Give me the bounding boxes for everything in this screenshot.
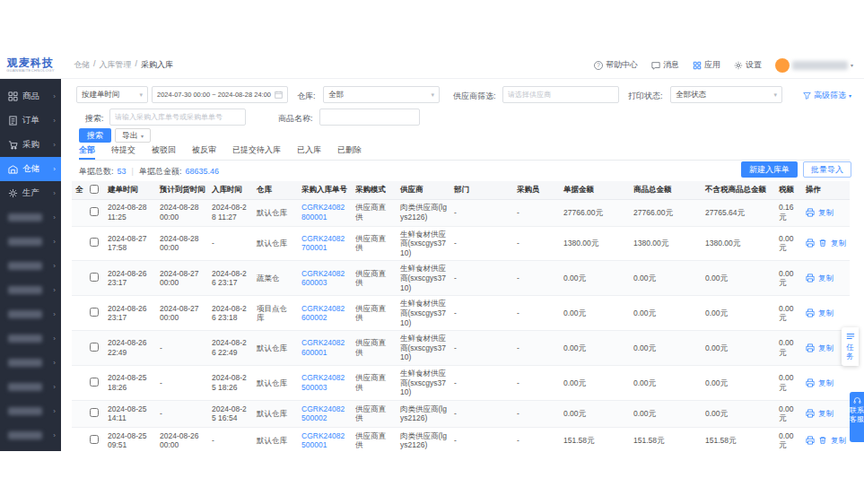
sidebar-item-blurred[interactable]: › [0, 326, 61, 351]
total-amount-value: 68635.46 [185, 167, 219, 176]
copy-link[interactable]: 复制 [831, 239, 846, 248]
print-icon[interactable] [806, 436, 815, 445]
delete-icon[interactable] [818, 436, 827, 445]
tab-被驳回[interactable]: 被驳回 [152, 144, 176, 160]
print-icon[interactable] [806, 274, 815, 282]
row-indent-cell [72, 296, 86, 331]
cell-goods-total: 151.58元 [630, 427, 702, 451]
tasks-float-button[interactable]: 任务 [842, 327, 859, 366]
tab-已入库[interactable]: 已入库 [297, 144, 321, 160]
sidebar-item-goods[interactable]: 商品› [0, 84, 61, 109]
print-icon[interactable] [806, 208, 815, 217]
row-checkbox[interactable] [90, 408, 99, 417]
cell-goods-total-no-tax: 27765.64元 [702, 199, 775, 226]
copy-link[interactable]: 复制 [831, 436, 846, 446]
order-no-link[interactable]: CGRK24082500001 [301, 431, 345, 450]
product-name-input[interactable] [319, 109, 420, 126]
select-all-label: 全 [72, 181, 86, 199]
delete-icon[interactable] [818, 239, 827, 248]
sidebar-item-blurred[interactable]: › [0, 399, 61, 423]
apps-menu[interactable]: 应用 [693, 59, 720, 71]
print-icon[interactable] [806, 308, 815, 317]
sidebar-item-blurred[interactable]: › [0, 302, 61, 326]
tab-被反审[interactable]: 被反审 [192, 144, 216, 160]
row-checkbox[interactable] [90, 435, 99, 444]
copy-link[interactable]: 复制 [818, 308, 833, 318]
cell-buyer: - [513, 400, 560, 427]
print-icon[interactable] [806, 409, 815, 418]
cell-expected-time: 2024-08-27 00:00 [156, 261, 208, 296]
order-no-link[interactable]: CGRK24082500002 [301, 404, 345, 423]
warehouse-select[interactable]: 全部 ▾ [323, 86, 440, 103]
row-select-cell [86, 331, 104, 366]
select-all-checkbox[interactable] [90, 185, 99, 194]
sidebar-item-production[interactable]: 生产› [0, 181, 61, 205]
search-input[interactable] [109, 109, 246, 126]
row-select-cell [86, 427, 104, 451]
sidebar-item-blurred[interactable]: › [0, 351, 61, 375]
batch-import-button[interactable]: 批量导入 [803, 161, 851, 178]
order-no-link[interactable]: CGRK24082800001 [301, 203, 345, 222]
sidebar: 商品›订单›采购›仓储›生产››››››››››› [0, 79, 61, 451]
tab-待提交[interactable]: 待提交 [111, 144, 135, 160]
search-button[interactable]: 搜索 [79, 128, 111, 143]
sidebar-item-blurred[interactable]: › [0, 230, 61, 254]
time-type-select[interactable]: 按建单时间 ▾ [76, 86, 148, 103]
user-menu[interactable]: ▾ [775, 58, 853, 73]
operations: 复制 [806, 378, 846, 388]
copy-link[interactable]: 复制 [818, 343, 833, 353]
advanced-filter-link[interactable]: 高级筛选 ▾ [803, 90, 851, 101]
order-no-link[interactable]: CGRK24082700001 [301, 234, 345, 253]
cell-buyer: - [513, 226, 560, 261]
chevron-right-icon: › [53, 141, 56, 149]
sidebar-item-blurred[interactable]: › [0, 278, 61, 302]
settings-menu[interactable]: 设置 [734, 59, 762, 71]
export-button[interactable]: 导出 ▾ [115, 128, 151, 143]
chevron-down-icon: ▾ [851, 62, 853, 68]
messages-menu[interactable]: 消息 [651, 59, 679, 71]
tab-已提交待入库[interactable]: 已提交待入库 [232, 144, 281, 160]
supplier-filter-input[interactable] [502, 86, 619, 103]
order-no-link[interactable]: CGRK24082600002 [301, 304, 345, 323]
create-inbound-button[interactable]: 新建入库单 [741, 161, 798, 178]
print-icon[interactable] [806, 343, 815, 352]
print-icon[interactable] [806, 378, 815, 387]
row-checkbox[interactable] [90, 378, 99, 387]
row-checkbox[interactable] [90, 343, 99, 352]
sidebar-item-blurred[interactable]: › [0, 375, 61, 399]
row-checkbox[interactable] [90, 207, 99, 216]
copy-link[interactable]: 复制 [818, 378, 833, 388]
sidebar-item-warehouse[interactable]: 仓储› [0, 157, 61, 181]
sidebar-item-blurred[interactable]: › [0, 205, 61, 230]
row-checkbox[interactable] [90, 238, 99, 247]
row-checkbox[interactable] [90, 273, 99, 282]
order-no-link[interactable]: CGRK24082600003 [301, 269, 345, 288]
copy-link[interactable]: 复制 [818, 274, 833, 283]
operations: 复制 [806, 239, 846, 248]
sidebar-item-purchase[interactable]: 采购› [0, 133, 61, 157]
row-select-cell [86, 199, 104, 226]
sidebar-item-blurred[interactable]: › [0, 423, 61, 448]
apps-label: 应用 [704, 59, 720, 71]
copy-link[interactable]: 复制 [818, 208, 833, 218]
tab-已删除[interactable]: 已删除 [337, 144, 362, 160]
print-status-select[interactable]: 全部状态 ▾ [670, 86, 782, 103]
sidebar-item-orders[interactable]: 订单› [0, 109, 61, 133]
column-header: 仓库 [253, 181, 298, 199]
copy-link[interactable]: 复制 [818, 409, 833, 419]
breadcrumb-section[interactable]: 仓储 [74, 59, 90, 71]
breadcrumb-sub[interactable]: 入库管理 [100, 59, 132, 71]
order-no-link[interactable]: CGRK24082600001 [301, 338, 345, 357]
cell-inbound-time: 2024-08-25 18:26 [208, 366, 253, 401]
customer-service-button[interactable]: 联系客服 [850, 392, 864, 442]
tab-全部[interactable]: 全部 [79, 144, 95, 160]
order-no-link[interactable]: CGRK24082500003 [301, 373, 345, 392]
print-icon[interactable] [806, 239, 815, 248]
help-center-menu[interactable]: ? 帮助中心 [594, 59, 638, 71]
blurred-label [8, 213, 42, 222]
date-range-input[interactable]: 2024-07-30 00:00 ~ 2024-08-28 24:00 [152, 86, 288, 103]
sidebar-item-blurred[interactable]: › [0, 254, 61, 278]
chevron-down-icon: ▾ [770, 91, 777, 99]
row-checkbox[interactable] [90, 308, 99, 317]
cell-expected-time: 2024-08-28 00:00 [156, 226, 208, 261]
